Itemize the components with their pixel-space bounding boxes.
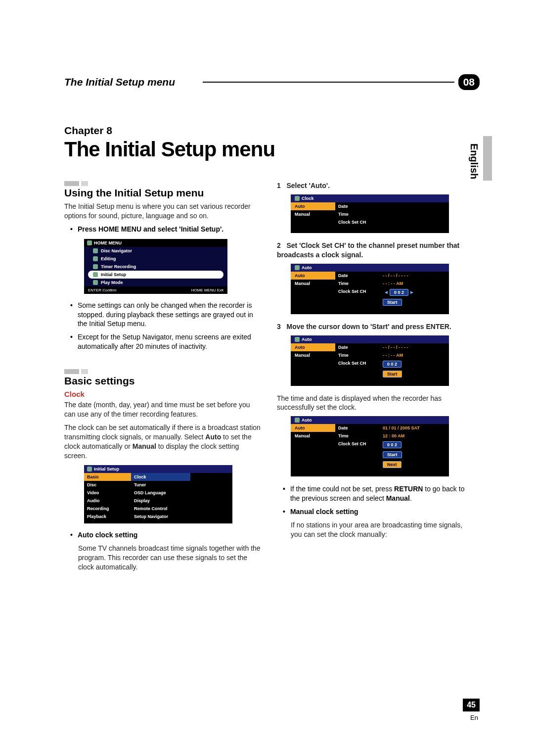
bullet-icon: • <box>70 225 73 234</box>
field-label: Clock Set CH <box>335 218 380 226</box>
home-menu-screenshot: HOME MENU Disc Navigator Editing Timer R… <box>84 239 227 294</box>
menu-item: Playback <box>84 513 131 520</box>
menu-item: Manual <box>291 210 335 218</box>
setup-icon <box>93 272 98 277</box>
clock-screenshot-4: Auto Auto Manual Date Time Clock Set CH … <box>291 416 449 476</box>
body-text: The date (month, day, year) and time mus… <box>64 400 262 419</box>
channel-value: 0 0 2 <box>383 441 401 448</box>
body-text: The time and date is displayed when the … <box>277 394 475 413</box>
home-menu-item: Editing <box>101 256 116 261</box>
arrow-left-icon: ◄ <box>383 289 390 295</box>
start-button-selected: Start <box>383 371 402 378</box>
setup-icon <box>295 265 300 270</box>
side-tab <box>483 136 492 181</box>
menu-subitem: Remote Control <box>131 505 190 513</box>
step-text: Move the cursor down to 'Start' and pres… <box>286 323 451 331</box>
left-column: Using the Initial Setup menu The Initial… <box>64 181 262 576</box>
section-heading: Basic settings <box>64 375 262 387</box>
edit-icon <box>93 256 98 261</box>
home-menu-item: Play Mode <box>101 280 123 285</box>
next-button-selected: Next <box>383 461 401 468</box>
page-number: 45 <box>463 699 480 711</box>
disc-icon <box>93 248 98 253</box>
body-text: Some TV channels broadcast time signals … <box>64 544 262 572</box>
menu-item: Recording <box>84 505 131 513</box>
timer-icon <box>93 264 98 269</box>
note-text: Except for the Setup Navigator, menu scr… <box>78 332 262 351</box>
date-value: - - / - - / - - - - <box>380 272 439 280</box>
menu-item: Disc <box>84 481 131 489</box>
home-menu-item: Timer Recording <box>101 264 136 269</box>
menu-item-selected: Auto <box>291 272 335 280</box>
menu-subitem: Display <box>131 497 190 505</box>
menu-subitem: OSD Language <box>131 489 190 497</box>
home-menu-title: HOME MENU <box>94 240 122 245</box>
instruction-text: Press HOME MENU and select 'Initial Setu… <box>78 225 262 234</box>
setup-icon <box>295 196 300 201</box>
menu-item: Manual <box>291 280 335 287</box>
page-language-short: En <box>470 714 478 721</box>
menu-item: Audio <box>84 497 131 505</box>
chapter-header-title: The Initial Setup menu <box>64 76 203 88</box>
note-text: Some settings can only be changed when t… <box>78 301 262 329</box>
chapter-header-bar: The Initial Setup menu 08 <box>64 74 480 90</box>
section-heading: Using the Initial Setup menu <box>64 187 262 199</box>
field-label: Time <box>335 210 380 218</box>
start-button: Start <box>383 451 402 458</box>
clock-screenshot-2: Auto Auto Manual Date Time Clock Set CH … <box>291 264 449 314</box>
menu-subitem: Tuner <box>131 481 190 489</box>
start-button: Start <box>383 299 402 306</box>
page-title: The Initial Setup menu <box>64 138 480 161</box>
bullet-heading: Manual clock setting <box>290 507 475 517</box>
home-menu-item: Disc Navigator <box>101 248 132 253</box>
menu-item-selected: Auto <box>291 202 335 210</box>
menu-subitem-selected: Clock <box>131 473 190 481</box>
home-icon <box>87 240 92 245</box>
body-text: The Initial Setup menu is where you can … <box>64 202 262 221</box>
subsection-heading: Clock <box>64 390 262 398</box>
field-label: Date <box>335 202 380 210</box>
chapter-label: Chapter 8 <box>64 125 480 137</box>
step-text: Set 'Clock Set CH' to the channel preset… <box>277 241 459 259</box>
bullet-heading: Auto clock setting <box>78 530 262 540</box>
right-column: 1 Select 'Auto'. Clock Auto Manual Date … <box>277 181 475 576</box>
clock-screenshot-1: Clock Auto Manual Date Time Clock Set CH <box>291 194 449 233</box>
step-text: Select 'Auto'. <box>286 182 330 189</box>
initial-setup-screenshot: Initial Setup Basic Disc Video Audio Rec… <box>84 465 232 523</box>
home-menu-item-selected: Initial Setup <box>101 272 126 277</box>
note-text: If the time could not be set, press RETU… <box>290 484 475 503</box>
body-text: If no stations in your area are broadcas… <box>277 520 475 539</box>
home-menu-footer-right: HOME MENU Exit <box>191 288 223 292</box>
setup-icon <box>295 337 300 342</box>
home-menu-footer-left: ENTER Confirm <box>88 288 116 292</box>
chapter-number-badge: 08 <box>458 74 480 90</box>
time-value: - - : - - AM <box>380 280 439 287</box>
body-text: The clock can be set automatically if th… <box>64 423 262 461</box>
setup-icon <box>295 418 300 423</box>
play-icon <box>93 280 98 285</box>
menu-item-selected: Basic <box>84 473 131 481</box>
arrow-right-icon: ► <box>408 289 415 295</box>
channel-value: 0 0 2 <box>390 289 408 296</box>
setup-icon <box>87 467 92 472</box>
clock-screenshot-3: Auto Auto Manual Date Time Clock Set CH … <box>291 335 449 386</box>
time-value: 12 : 00 AM <box>380 432 439 440</box>
menu-item: Video <box>84 489 131 497</box>
initial-setup-title: Initial Setup <box>94 467 119 472</box>
date-value: 01 / 01 / 2005 SAT <box>380 424 439 432</box>
side-language-label: English <box>468 143 480 179</box>
menu-subitem: Setup Navigator <box>131 513 190 520</box>
